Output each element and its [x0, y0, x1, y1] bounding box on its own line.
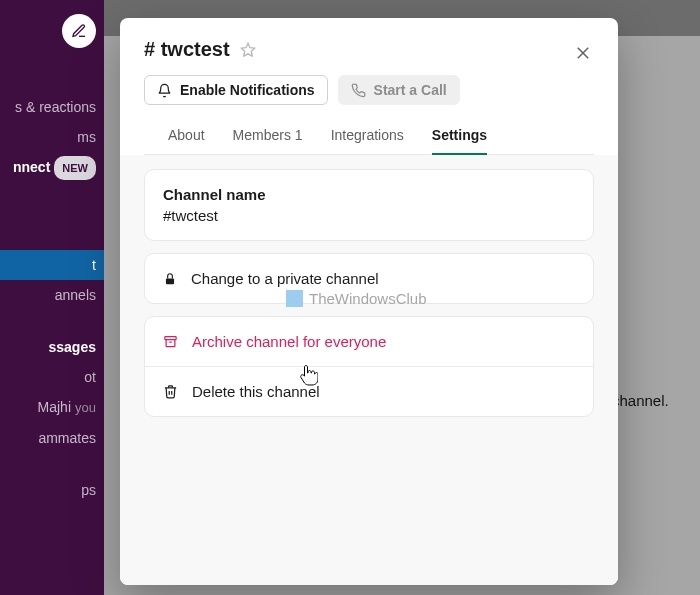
channel-name-value: #twctest	[163, 207, 575, 224]
channel-name-card[interactable]: Channel name #twctest	[144, 169, 594, 241]
svg-rect-4	[165, 337, 176, 340]
sidebar-item[interactable]	[0, 206, 104, 228]
sidebar-item[interactable]	[0, 310, 104, 332]
lock-icon	[163, 272, 177, 286]
compose-button[interactable]	[62, 14, 96, 48]
notifications-label: Enable Notifications	[180, 82, 315, 98]
delete-label: Delete this channel	[192, 383, 320, 400]
new-badge: NEW	[54, 156, 96, 180]
close-button[interactable]	[566, 36, 600, 70]
channel-name-label: Channel name	[163, 186, 575, 203]
sidebar-item[interactable]: ps	[0, 475, 104, 505]
sidebar-item[interactable]: ot	[0, 362, 104, 392]
sidebar-item[interactable]: annels	[0, 280, 104, 310]
svg-rect-3	[166, 278, 174, 284]
channel-title: # twctest	[144, 38, 230, 61]
sidebar-item-label: t	[92, 257, 96, 273]
change-private-label: Change to a private channel	[191, 270, 379, 287]
tab-about[interactable]: About	[168, 119, 205, 155]
sidebar-item[interactable]: ms	[0, 122, 104, 152]
sidebar-item-label: annels	[55, 287, 96, 303]
sidebar-item[interactable]: ammates	[0, 423, 104, 453]
channel-details-modal: # twctest Enable Notifications	[120, 18, 618, 585]
sidebar-item[interactable]: nnectNEW	[0, 152, 104, 184]
sidebar-item-label: s & reactions	[15, 99, 96, 115]
workspace-sidebar: s & reactionsmsnnectNEWtannelsssagesotMa…	[0, 0, 104, 595]
svg-marker-0	[241, 43, 254, 56]
enable-notifications-button[interactable]: Enable Notifications	[144, 75, 328, 105]
sidebar-item-label: ot	[84, 369, 96, 385]
archive-icon	[163, 334, 178, 349]
archive-channel-row[interactable]: Archive channel for everyone	[145, 317, 593, 366]
call-label: Start a Call	[374, 82, 447, 98]
tab-integrations[interactable]: Integrations	[331, 119, 404, 155]
sidebar-item-label: ssages	[49, 339, 96, 355]
star-icon[interactable]	[240, 42, 256, 58]
sidebar-item-label: Majhi	[38, 399, 71, 415]
sidebar-item[interactable]: t	[0, 250, 104, 280]
sidebar-item-label: ammates	[38, 430, 96, 446]
sidebar-item[interactable]: s & reactions	[0, 92, 104, 122]
sidebar-item-label: ms	[77, 129, 96, 145]
sidebar-item[interactable]: Majhiyou	[0, 392, 104, 423]
trash-icon	[163, 384, 178, 399]
tab-members[interactable]: Members 1	[233, 119, 303, 155]
start-call-button: Start a Call	[338, 75, 460, 105]
sidebar-item[interactable]	[0, 453, 104, 475]
sidebar-item[interactable]	[0, 228, 104, 250]
sidebar-item-label: nnect	[13, 159, 50, 175]
sidebar-item-label: ps	[81, 482, 96, 498]
delete-channel-row[interactable]: Delete this channel	[145, 367, 593, 416]
you-label: you	[75, 400, 96, 415]
change-private-row[interactable]: Change to a private channel	[145, 254, 593, 303]
sidebar-item[interactable]: ssages	[0, 332, 104, 362]
sidebar-item[interactable]	[0, 184, 104, 206]
archive-label: Archive channel for everyone	[192, 333, 386, 350]
tab-bar: About Members 1 Integrations Settings	[144, 119, 594, 155]
tab-settings[interactable]: Settings	[432, 119, 487, 155]
